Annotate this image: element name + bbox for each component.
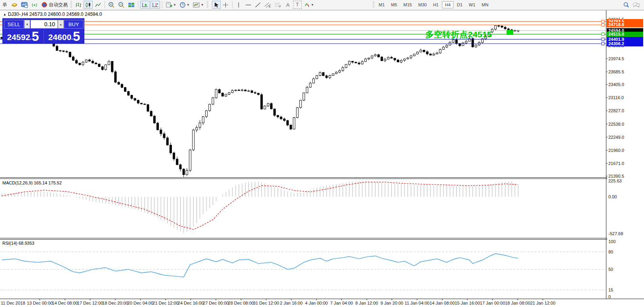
- fibonacci-icon[interactable]: F: [273, 1, 283, 9]
- timeframe-button-w1[interactable]: W1: [466, 1, 478, 8]
- collapse-triangle-icon[interactable]: ▲: [3, 13, 6, 16]
- bar-chart-icon[interactable]: [74, 1, 83, 9]
- crosshair-icon[interactable]: [221, 1, 230, 9]
- time-axis-label: 31 Dec 12:00: [253, 301, 279, 305]
- toolbar-grip: [207, 1, 208, 8]
- time-axis-label: 18 Dec 20:00: [102, 301, 128, 305]
- line-chart-icon[interactable]: [93, 1, 103, 9]
- chart-shift-icon[interactable]: [151, 1, 160, 9]
- svg-text:F: F: [279, 5, 281, 8]
- timeframe-button-m30[interactable]: M30: [415, 1, 429, 8]
- chart-canvas[interactable]: [0, 0, 644, 307]
- price-level-label: 24306.2: [607, 41, 643, 46]
- zoom-in-icon[interactable]: [107, 1, 116, 9]
- indicator-axis-tick: 50: [608, 267, 613, 272]
- toolbar-separator: [105, 1, 105, 8]
- chart-title-text: DJ30-,H4 24573.0 24600.0 24569.0 24594.0: [8, 12, 102, 17]
- auto-scroll-icon[interactable]: [140, 1, 150, 9]
- sell-button[interactable]: SELL: [4, 20, 24, 29]
- time-axis-label: 15 Jan 16:00: [455, 301, 480, 305]
- time-axis-label: 20 Dec 04:00: [128, 301, 153, 305]
- timeframe-toolbar: M1M5M15M30H1H4D1W1MN: [372, 0, 492, 10]
- time-axis-label: 8 Jan 12:00: [355, 301, 378, 305]
- toolbar-grip: [373, 1, 374, 8]
- search-icon[interactable]: [622, 1, 631, 9]
- volume-increase-button[interactable]: ▲: [58, 20, 64, 29]
- volume-input[interactable]: 0.10: [30, 20, 58, 29]
- top-toolbar: 单 自动交易: [0, 0, 644, 10]
- timeframe-button-mn[interactable]: MN: [479, 1, 491, 8]
- volume-decrease-button[interactable]: ▼: [24, 20, 30, 29]
- timeframe-button-m15[interactable]: M15: [401, 1, 415, 8]
- period-icon[interactable]: ▼: [178, 1, 191, 9]
- toolbar-grip: [70, 1, 72, 8]
- rsi-label: RSI(14) 68.9353: [2, 241, 34, 246]
- new-order-button[interactable]: 单: [0, 1, 9, 9]
- price-axis-tick: 21960.0: [608, 148, 624, 153]
- buy-price-int: 24600: [48, 32, 71, 42]
- horizontal-line-icon[interactable]: [244, 1, 253, 9]
- sell-price[interactable]: 24592.5: [3, 29, 43, 43]
- quotes-icon[interactable]: [10, 1, 19, 9]
- dropdown-caret: ▼: [187, 3, 190, 7]
- timeframe-button-m5[interactable]: M5: [388, 1, 400, 8]
- trendline-icon[interactable]: [253, 1, 262, 9]
- buy-price-pip: 5: [73, 31, 80, 42]
- arrows-icon[interactable]: ▼: [303, 1, 315, 9]
- candlestick-icon[interactable]: [84, 1, 93, 9]
- chat-icon[interactable]: [631, 1, 641, 9]
- timeframe-button-m1[interactable]: M1: [376, 1, 387, 8]
- indicator-axis-tick: 80: [608, 249, 613, 254]
- time-axis-label: 7 Jan 04:00: [330, 301, 353, 305]
- autotrade-button[interactable]: 自动交易: [40, 1, 69, 9]
- dropdown-caret: ▼: [173, 3, 176, 7]
- buy-button[interactable]: BUY: [64, 20, 84, 29]
- price-axis-tick: 22538.0: [608, 122, 624, 127]
- channel-icon[interactable]: E: [263, 1, 272, 9]
- sell-price-int: 24592: [7, 32, 30, 42]
- toolbar-separator: [232, 1, 232, 8]
- zoom-out-icon[interactable]: [117, 1, 126, 9]
- indicator-axis-tick: 0.00: [608, 194, 617, 199]
- price-level-label: 24718.8: [607, 22, 643, 27]
- sell-price-pip: 5: [32, 31, 39, 42]
- time-axis-label: 11 Jan 04:00: [405, 301, 430, 305]
- vertical-line-icon[interactable]: [234, 1, 243, 9]
- macd-label: MACD(12,26,9) 165.14 175.52: [2, 180, 62, 185]
- time-axis-label: 2 Jan 16:00: [280, 301, 303, 305]
- autotrade-label: 自动交易: [49, 2, 68, 8]
- time-axis-label: 18 Jan 08:00: [505, 301, 530, 305]
- indicator-axis-tick: 0: [608, 294, 611, 299]
- templates-icon[interactable]: ▼: [164, 1, 177, 9]
- price-axis-tick: 23685.5: [608, 69, 624, 74]
- text-label-icon[interactable]: T: [293, 1, 302, 9]
- timeframe-button-d1[interactable]: D1: [454, 1, 465, 8]
- buy-price[interactable]: 24600.5: [44, 29, 84, 43]
- price-axis-tick: 21671.0: [608, 161, 624, 166]
- tile-windows-icon[interactable]: [127, 1, 136, 9]
- time-axis-label: 13 Dec 00:00: [27, 301, 53, 305]
- timeframe-button-h4[interactable]: H4: [442, 1, 453, 8]
- mt4-window: { "toolbar": { "text_buttons": { "new_or…: [0, 0, 644, 307]
- text-label-icon-label: T: [296, 2, 299, 8]
- time-axis-label: 28 Dec 08:00: [228, 301, 254, 305]
- dropdown-caret: ▼: [311, 3, 314, 7]
- chart-window-icon[interactable]: [20, 1, 29, 9]
- time-axis-label: 21 Dec 12:00: [152, 301, 178, 305]
- chart-annotation-text[interactable]: 多空转折点24515: [425, 29, 492, 40]
- price-axis-tick: 23405.0: [608, 82, 624, 87]
- timeframe-button-h1[interactable]: H1: [430, 1, 441, 8]
- time-axis-label: 21 Jan 12:00: [530, 301, 556, 305]
- toolbar-separator: [162, 1, 162, 8]
- indicator-axis-tick: 225.63: [608, 178, 622, 183]
- time-axis-label: 4 Jan 00:00: [305, 301, 328, 305]
- indicators-icon[interactable]: ▼: [192, 1, 205, 9]
- cursor-icon[interactable]: [212, 1, 221, 9]
- one-click-trading-panel: SELL ▼ 0.10 ▲ BUY 24592.5 24600.5: [2, 18, 84, 44]
- time-axis-label: 9 Jan 20:00: [381, 301, 404, 305]
- text-icon[interactable]: A: [284, 1, 292, 9]
- signal-icon[interactable]: [30, 1, 39, 9]
- text-icon-label: A: [286, 2, 290, 8]
- price-level-label: 24515.0: [607, 32, 643, 37]
- indicator-axis-tick: -527.68: [608, 231, 623, 236]
